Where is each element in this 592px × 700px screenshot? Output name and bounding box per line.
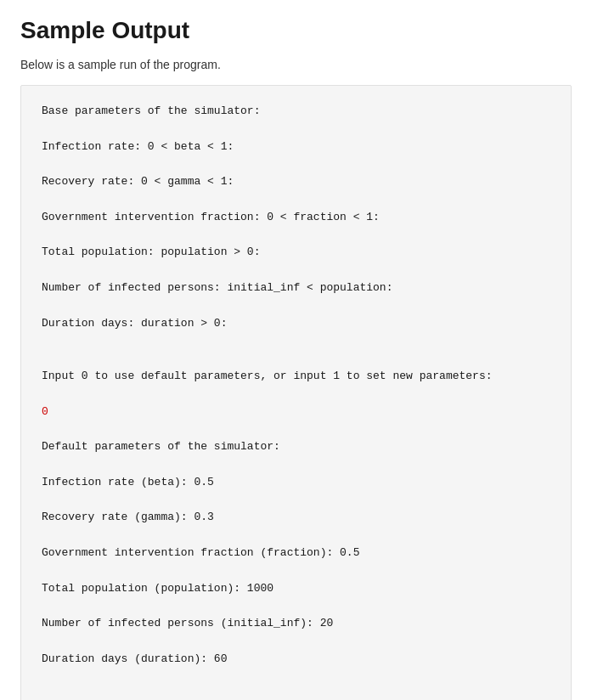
terminal-line: Total population (population): 1000 [42,580,550,598]
terminal-line: 0 [42,404,550,421]
terminal-line: Total population: population > 0: [42,244,550,262]
page-title: Sample Output [20,17,572,44]
terminal-line: Infection rate: 0 < beta < 1: [42,138,550,156]
terminal-line: Number of infected persons: initial_inf … [42,279,550,297]
terminal-output: Base parameters of the simulator: Infect… [20,85,572,700]
terminal-line: Infection rate (beta): 0.5 [42,474,550,492]
terminal-line: Input 0 to use default parameters, or in… [42,368,550,386]
intro-text: Below is a sample run of the program. [20,58,572,71]
terminal-line: Default parameters of the simulator: [42,438,550,456]
terminal-line: Duration days: duration > 0: [42,315,550,333]
terminal-line: Number of infected persons (initial_inf)… [42,615,550,633]
terminal-line: Government intervention fraction: 0 < fr… [42,209,550,227]
terminal-line: Government intervention fraction (fracti… [42,545,550,562]
terminal-line: Recovery rate (gamma): 0.3 [42,509,550,527]
terminal-line: Base parameters of the simulator: [42,103,550,121]
terminal-line: Duration days (duration): 60 [42,651,550,669]
terminal-line: Recovery rate: 0 < gamma < 1: [42,173,550,191]
